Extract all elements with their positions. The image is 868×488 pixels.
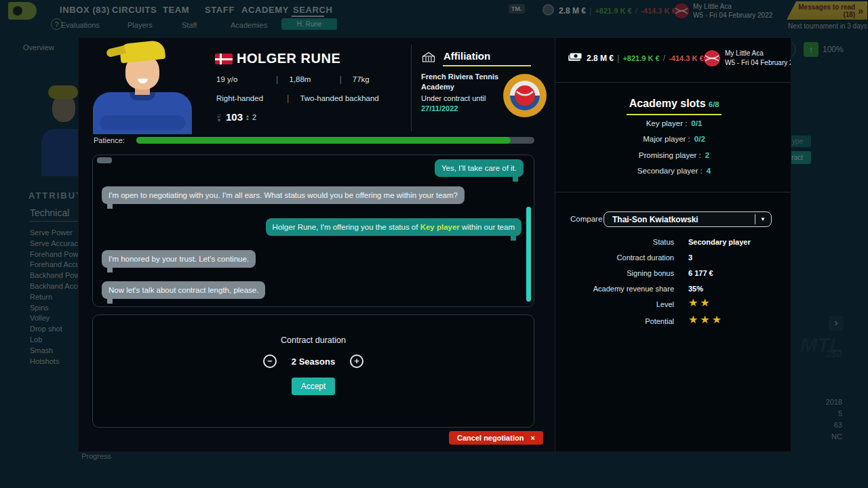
potential-stars: ★★★ xyxy=(688,313,724,326)
compare-selected-value: Thai-Son Kwiatkowski xyxy=(610,215,750,224)
player-photo xyxy=(81,39,203,134)
slot-row: Secondary player :4 xyxy=(555,167,791,175)
compare-row-label: Status xyxy=(555,238,674,246)
panel-divider xyxy=(555,192,791,192)
chat-bubble-opponent: Now let's talk about contract length, pl… xyxy=(102,281,265,299)
patience-fill xyxy=(136,137,511,144)
chat-bubble-opponent: I'm open to negotiating with you. I'm al… xyxy=(102,186,465,204)
decrease-duration-button[interactable]: − xyxy=(263,354,277,368)
status-highlight: Key player xyxy=(420,223,460,231)
contract-panel: Contract duration − 2 Seasons + Accept xyxy=(92,314,534,428)
patience-bar xyxy=(136,137,534,144)
ranking-up-icon: ▲▲ xyxy=(245,115,250,120)
chat-panel: Yes, I'll take care of it. I'm open to n… xyxy=(92,155,534,307)
chat-bubble-player: Holger Rune, I'm offering you the status… xyxy=(266,218,521,236)
player-height: 1,88m xyxy=(289,75,339,83)
affiliation-academy-line2: Academy xyxy=(421,82,509,92)
player-stats-row-2: Right-handed | Two-handed backhand xyxy=(216,93,379,103)
duration-stepper: − 2 Seasons + xyxy=(93,354,534,368)
chat-scrollbar[interactable] xyxy=(526,207,531,302)
duration-value: 2 Seasons xyxy=(292,357,335,367)
affiliation-title: Affiliation xyxy=(443,50,490,62)
academy-slots-header: Academy slots 6/8 xyxy=(555,98,791,110)
compare-row-label: Signing bonus xyxy=(555,269,674,277)
chevron-down-icon: ▼ xyxy=(760,216,766,222)
player-backhand: Two-handed backhand xyxy=(300,94,378,102)
affiliation-contract-label: Under contract until xyxy=(421,94,509,104)
increase-duration-button[interactable]: + xyxy=(350,354,363,368)
level-label: Level xyxy=(555,300,674,308)
panel-divider xyxy=(555,82,791,83)
header-divider xyxy=(411,45,412,131)
player-weight: 77kg xyxy=(353,75,370,83)
academy-building-icon xyxy=(421,52,436,63)
slot-row: Major player :0/2 xyxy=(555,135,791,143)
player-hand: Right-handed xyxy=(216,94,287,102)
player-age: 19 y/o xyxy=(216,75,276,83)
compare-dropdown[interactable]: Thai-Son Kwiatkowski ▼ xyxy=(604,211,772,227)
slot-row: Key player :0/1 xyxy=(555,119,791,127)
expense: -414.3 K € xyxy=(669,54,703,62)
chat-bubble-opponent: I'm honored by your trust. Let's continu… xyxy=(102,250,256,268)
chat-bubble-player: Yes, I'll take care of it. xyxy=(435,159,524,177)
patience-label: Patience: xyxy=(94,136,125,144)
close-icon: × xyxy=(530,434,534,442)
denmark-flag-icon xyxy=(215,54,233,64)
potential-label: Potential xyxy=(555,317,674,325)
income: +821.9 K € xyxy=(623,54,659,62)
slots-underline xyxy=(627,114,722,115)
slots-count: 6/8 xyxy=(709,100,719,108)
panel-academy-info: My Little Aca W5 - Fri 04 February 2022 xyxy=(725,49,791,68)
ranking-system-icon: MTL xyxy=(217,113,221,121)
level-stars: ★★ xyxy=(688,296,712,309)
affiliation-details: French Riviera Tennis Academy Under cont… xyxy=(421,72,509,114)
compare-row-value: 6 177 € xyxy=(688,269,713,277)
game-screen: INBOX (83) CIRCUITS TEAM STAFF ACADEMY S… xyxy=(0,0,868,488)
compare-row-value: Secondary player xyxy=(688,238,751,246)
money-icon xyxy=(568,52,583,63)
accept-button[interactable]: Accept xyxy=(292,378,336,395)
player-stats-row-1: 19 y/o | 1,88m | 77kg xyxy=(216,74,370,84)
slot-row: Promising player :2 xyxy=(555,151,791,159)
compare-row-value: 35% xyxy=(688,285,703,293)
affiliation-contract-date: 27/11/2022 xyxy=(421,104,509,114)
contract-duration-title: Contract duration xyxy=(93,336,534,345)
player-ranking: 103 xyxy=(226,111,243,123)
negotiation-modal: HOLGER RUNE 19 y/o | 1,88m | 77kg Right-… xyxy=(78,37,791,452)
compare-row-label: Contract duration xyxy=(555,253,674,262)
cancel-negotiation-button[interactable]: Cancel negotiation × xyxy=(449,431,543,445)
player-name: HOLGER RUNE xyxy=(237,51,340,66)
panel-finances: 2.8 M € | +821.9 K € / -414.3 K € xyxy=(587,53,704,63)
compare-row-label: Academy revenue share xyxy=(555,285,674,293)
balance: 2.8 M € xyxy=(587,54,614,63)
chat-decoration xyxy=(97,157,112,163)
compare-row-value: 3 xyxy=(688,253,692,262)
affiliation-logo xyxy=(502,73,547,118)
my-academy-logo xyxy=(703,49,721,67)
ranking-change: 2 xyxy=(252,113,256,121)
affiliation-academy-line1: French Riviera Tennis xyxy=(421,72,509,82)
academy-panel: 2.8 M € | +821.9 K € / -414.3 K € My Lit… xyxy=(555,38,791,452)
player-ranking-row: MTL 103 ▲▲ 2 xyxy=(214,111,256,123)
affiliation-underline xyxy=(443,65,531,66)
